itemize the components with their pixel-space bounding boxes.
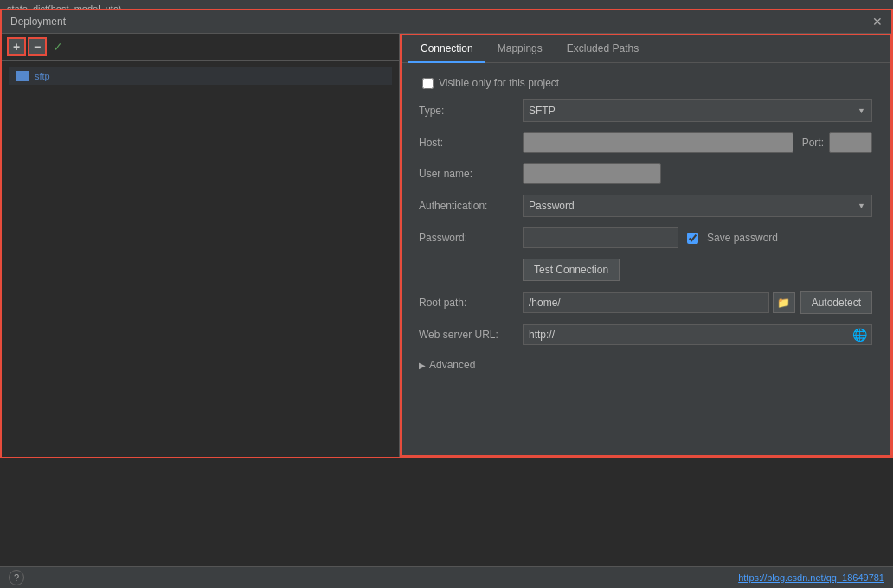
deployment-dialog: Deployment ✕ + − ✓ sftp Connection <box>0 9 893 458</box>
server-name: sftp <box>35 71 50 81</box>
sidebar-content: sftp <box>2 61 399 457</box>
host-label: Host: <box>419 137 523 149</box>
password-label: Password: <box>419 232 523 244</box>
web-server-url-input[interactable] <box>523 324 872 345</box>
root-path-input[interactable] <box>523 292 769 313</box>
autodetect-button[interactable]: Autodetect <box>800 291 872 314</box>
port-section: Port: <box>802 132 872 153</box>
dialog-body: + − ✓ sftp Connection Mappings Excluded … <box>2 34 891 457</box>
tabs: Connection Mappings Excluded Paths <box>402 35 890 63</box>
type-label: Type: <box>419 105 523 117</box>
host-input[interactable] <box>523 132 793 153</box>
username-label: User name: <box>419 168 523 180</box>
auth-select-wrapper: Password <box>523 195 872 217</box>
help-button[interactable]: ? <box>9 570 24 585</box>
port-input[interactable] <box>829 132 872 153</box>
test-connection-button[interactable]: Test Connection <box>523 259 620 281</box>
advanced-row[interactable]: ▶ Advanced <box>419 355 872 374</box>
visible-only-row: Visible only for this project <box>419 77 872 89</box>
dialog-sidebar: + − ✓ sftp <box>2 34 400 457</box>
username-input[interactable] <box>523 163 661 184</box>
sidebar-toolbar: + − ✓ <box>2 34 399 61</box>
save-password-section: Save password <box>687 232 778 244</box>
dialog-title-bar: Deployment ✕ <box>2 10 891 34</box>
web-url-section: 🌐 <box>523 324 872 345</box>
password-row: Password: Save password <box>419 227 872 248</box>
auth-label: Authentication: <box>419 200 523 212</box>
root-path-row: Root path: 📁 Autodetect <box>419 291 872 314</box>
save-password-label: Save password <box>707 232 778 244</box>
web-server-url-row: Web server URL: 🌐 <box>419 324 872 345</box>
tab-connection[interactable]: Connection <box>408 35 485 63</box>
visible-only-checkbox[interactable] <box>422 78 434 89</box>
password-input[interactable] <box>523 227 678 248</box>
connection-panel: Connection Mappings Excluded Paths Visib… <box>400 34 891 457</box>
root-path-section: 📁 <box>523 292 795 313</box>
remove-server-button[interactable]: − <box>28 37 47 56</box>
status-url[interactable]: https://blog.csdn.net/qq_18649781 <box>738 572 884 583</box>
type-select[interactable]: SFTP <box>523 99 872 122</box>
folder-icon: 📁 <box>777 297 790 309</box>
advanced-arrow-icon: ▶ <box>419 361 426 370</box>
type-row: Type: SFTP <box>419 99 872 122</box>
test-connection-row: Test Connection <box>419 259 872 281</box>
confirm-button[interactable]: ✓ <box>48 37 67 56</box>
host-row: Host: Port: <box>419 132 872 153</box>
auth-select[interactable]: Password <box>523 195 872 217</box>
status-bar: ? https://blog.csdn.net/qq_18649781 <box>0 566 893 588</box>
server-icon <box>16 71 29 81</box>
save-password-checkbox[interactable] <box>687 233 698 244</box>
close-button[interactable]: ✕ <box>872 16 883 28</box>
tab-mappings[interactable]: Mappings <box>485 35 555 63</box>
server-item[interactable]: sftp <box>9 67 392 85</box>
web-server-url-label: Web server URL: <box>419 329 523 341</box>
type-select-wrapper: SFTP <box>523 99 872 122</box>
browse-folder-button[interactable]: 📁 <box>773 292 795 313</box>
root-path-label: Root path: <box>419 297 523 309</box>
form-content: Visible only for this project Type: SFTP… <box>402 63 890 455</box>
advanced-label: Advanced <box>429 359 475 371</box>
tab-excluded-paths[interactable]: Excluded Paths <box>555 35 651 63</box>
auth-row: Authentication: Password <box>419 195 872 217</box>
visible-only-label: Visible only for this project <box>439 77 559 89</box>
dialog-title: Deployment <box>10 16 66 28</box>
add-server-button[interactable]: + <box>7 37 26 56</box>
username-row: User name: <box>419 163 872 184</box>
port-label: Port: <box>802 137 824 149</box>
